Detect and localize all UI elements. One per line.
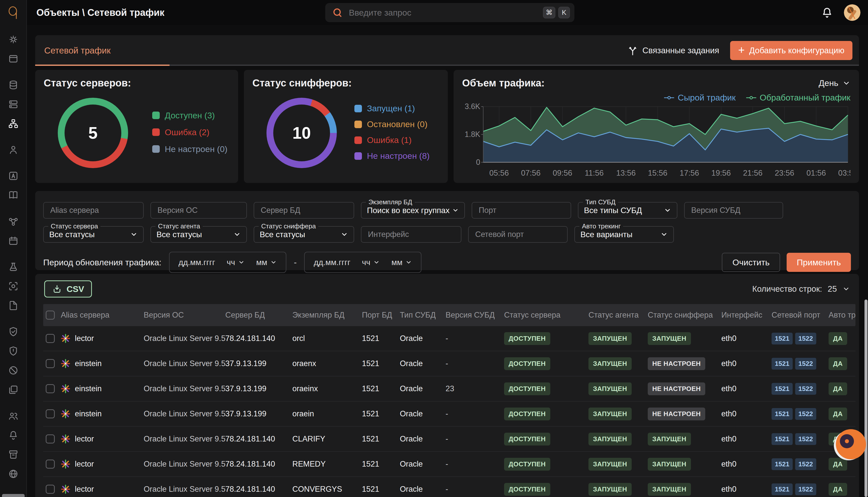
sniffer-status-select[interactable]: Статус сниффераВсе статусы [254,226,354,243]
os-cell: Oracle Linux Server 9.5 [144,384,225,393]
traffic-legend-item[interactable]: Сырой трафик [664,93,735,102]
sidebar-item-bell[interactable] [0,425,26,445]
sidebar-item-gear[interactable] [0,30,26,49]
sidebar-item-person[interactable] [0,140,26,159]
avatar[interactable] [844,4,860,21]
db-server-cell: 37.9.13.199 [225,359,292,368]
table-row[interactable]: einsteinOracle Linux Server 9.537.9.13.1… [43,401,855,427]
date-placeholder[interactable]: дд.мм.гггг [178,258,215,267]
period-start-picker[interactable]: дд.мм.ггггчч мм [169,252,286,273]
sidebar-item-network[interactable] [0,114,26,133]
server-status-donut: 5 [58,98,128,168]
tab-network-traffic[interactable]: Сетевой трафик [35,45,111,56]
db-instance-cell: oraenx [292,359,362,368]
db-version-input[interactable]: Версия СУБД [684,202,783,218]
auto-tracking-cell: ДА [828,483,855,496]
os-version-input[interactable]: Версия ОС [150,202,247,218]
notifications-bell-icon[interactable] [821,6,833,19]
support-chat-button[interactable] [836,429,866,459]
row-checkbox[interactable] [46,459,55,469]
status-badge: ДОСТУПЕН [504,382,550,395]
sidebar-item-book[interactable] [0,185,26,205]
os-logo-icon [61,334,70,343]
sidebar-item-globe[interactable] [0,464,26,483]
agent-status-cell: ЗАПУЩЕН [589,332,648,345]
minutes-select[interactable]: мм [256,258,277,267]
sidebar-item-shield[interactable] [0,341,26,360]
status-badge: НЕ НАСТРОЕН [648,357,705,370]
os-cell: Oracle Linux Server 9.5 [144,485,225,494]
sidebar-item-shield-check[interactable] [0,322,26,341]
auto-tracking-cell: ДА [828,382,855,395]
sidebar-item-ban[interactable] [0,360,26,380]
sidebar-item-nodes[interactable] [0,212,26,231]
sidebar-item-people[interactable] [0,406,26,425]
sidebar-item-badge-a[interactable] [0,166,26,185]
related-tasks-button[interactable]: Связанные задания [627,45,719,56]
period-end-picker[interactable]: дд.мм.ггггчч мм [304,252,421,273]
sidebar-item-database[interactable] [0,75,26,95]
traffic-legend-item[interactable]: Обработанный трафик [746,93,850,102]
apply-button[interactable]: Применить [787,253,851,272]
sidebar-item-scan[interactable] [0,276,26,296]
table-row[interactable]: lectorOracle Linux Server 9.578.24.181.1… [43,427,855,452]
rows-count-select[interactable]: Количество строк: 25 [752,284,850,294]
db-instance-cell: CLARIFY [292,435,362,443]
db-port-cell: 1521 [362,459,400,469]
alias-server-input[interactable]: Alias сервера [43,202,144,218]
port-placeholder: Порт [479,206,496,215]
status-badge: НЕ НАСТРОЕН [648,382,705,395]
svg-text:15:56: 15:56 [648,169,668,178]
sidebar-item-window[interactable] [0,49,26,68]
row-checkbox[interactable] [46,334,55,343]
table-row[interactable]: lectorOracle Linux Server 9.578.24.181.1… [43,326,855,351]
db-instance-select[interactable]: Экземпляр БДПоиск во всех группах [361,202,465,218]
period-dropdown[interactable]: День [819,78,850,88]
vertical-scrollbar[interactable] [865,299,868,497]
legend-swatch [355,120,362,128]
date-placeholder[interactable]: дд.мм.гггг [314,258,350,267]
status-badge: ЗАПУЩЕН [589,382,632,395]
app-logo[interactable] [0,0,26,25]
table-row[interactable]: lectorOracle Linux Server 9.578.24.181.1… [43,452,855,477]
add-configuration-button[interactable]: + Добавить конфигурацию [730,41,852,60]
row-checkbox[interactable] [46,384,55,393]
port-input[interactable]: Порт [472,202,571,218]
server-status-select[interactable]: Статус сервераВсе статусы [43,226,144,243]
select-all-checkbox[interactable] [46,311,55,320]
header-checkbox-cell[interactable] [43,311,61,320]
row-checkbox[interactable] [46,409,55,418]
table-row[interactable]: einsteinOracle Linux Server 9.537.9.13.1… [43,377,855,401]
agent-status-select[interactable]: Статус агентаВсе статусы [150,226,247,243]
global-search[interactable]: ⌘ K [325,3,574,22]
legend-item: Не настроен (8) [355,151,430,161]
auto-tracking-cell: ДА [828,357,855,370]
sidebar-item-calendar[interactable] [0,231,26,250]
net-port-input[interactable]: Сетевой порт [468,226,568,243]
row-checkbox[interactable] [46,435,55,443]
sidebar-item-server[interactable] [0,95,26,114]
auto-tracking-select[interactable]: Авто трекингВсе варианты [574,226,674,243]
search-input[interactable] [349,8,540,18]
hours-select[interactable]: чч [227,258,245,267]
table-row[interactable]: einsteinOracle Linux Server 9.537.9.13.1… [43,351,855,377]
summary-cards: Статус серверов: 5 Доступен (3)Ошибка (2… [35,70,859,183]
table-row[interactable]: lectorOracle Linux Server 9.578.24.181.1… [43,477,855,497]
row-checkbox[interactable] [46,359,55,368]
interface-input[interactable]: Интерфейс [361,226,461,243]
db-type-select[interactable]: Тип СУБДВсе типы СУБД [578,202,677,218]
sidebar-item-archive[interactable] [0,445,26,464]
sidebar-item-flask[interactable] [0,257,26,276]
db-server-input[interactable]: Сервер БД [254,202,354,218]
os-logo-icon [61,459,70,469]
csv-export-button[interactable]: CSV [44,280,92,298]
sidebar-bottom-item[interactable] [2,494,25,497]
net-ports-cell: 15211522 [771,408,828,420]
row-checkbox[interactable] [46,485,55,494]
sniffer-status-cell: ЗАПУЩЕН [648,332,721,345]
sidebar-item-file[interactable] [0,296,26,315]
hours-select[interactable]: чч [362,258,380,267]
sidebar-item-layers[interactable] [0,380,26,399]
minutes-select[interactable]: мм [391,258,412,267]
clear-button[interactable]: Очистить [722,253,780,272]
